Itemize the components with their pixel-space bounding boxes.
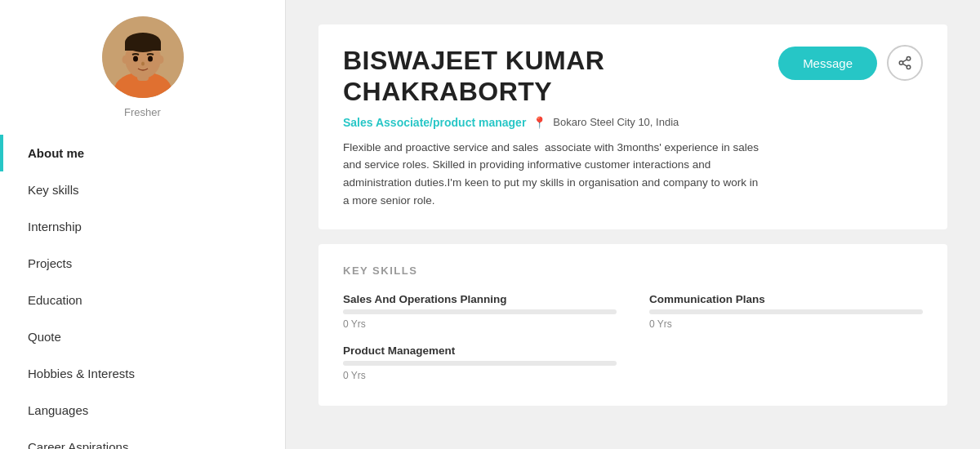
nav-list: About me Key skills Internship Projects … — [0, 135, 285, 449]
skills-grid: Sales And Operations Planning 0 Yrs Comm… — [343, 293, 923, 381]
skill-bar-bg — [343, 309, 617, 314]
location-icon: 📍 — [532, 116, 546, 129]
svg-point-6 — [133, 56, 138, 62]
profile-bio: Flexible and proactive service and sales… — [343, 139, 762, 209]
sidebar-item-internship[interactable]: Internship — [0, 208, 285, 245]
avatar — [102, 16, 184, 98]
profile-role-row: Sales Associate/product manager 📍 Bokaro… — [343, 116, 762, 129]
skill-years: 0 Yrs — [343, 370, 617, 381]
message-button[interactable]: Message — [778, 47, 877, 80]
sidebar-item-about-me[interactable]: About me — [0, 135, 285, 171]
skill-item: Sales And Operations Planning 0 Yrs — [343, 293, 617, 330]
profile-info: BISWAJEET KUMAR CHAKRABORTY Sales Associ… — [343, 45, 762, 209]
sidebar-item-quote[interactable]: Quote — [0, 318, 285, 355]
svg-point-9 — [122, 56, 127, 64]
skill-name: Communication Plans — [649, 293, 765, 305]
profile-location: Bokaro Steel City 10, India — [553, 116, 679, 128]
sidebar-item-career[interactable]: Career Aspirations — [0, 429, 285, 449]
page-wrapper: Fresher About me Key skills Internship P… — [0, 0, 980, 449]
fresher-label: Fresher — [124, 106, 161, 118]
sidebar-item-education[interactable]: Education — [0, 282, 285, 318]
svg-line-15 — [902, 60, 906, 62]
svg-point-7 — [148, 56, 153, 62]
main-content: BISWAJEET KUMAR CHAKRABORTY Sales Associ… — [286, 0, 980, 449]
sidebar-item-hobbies[interactable]: Hobbies & Interests — [0, 355, 285, 392]
sidebar-item-key-skills[interactable]: Key skills — [0, 171, 285, 208]
skill-item: Product Management 0 Yrs — [343, 345, 617, 381]
sidebar-item-projects[interactable]: Projects — [0, 245, 285, 282]
svg-point-8 — [141, 62, 145, 66]
skill-name: Sales And Operations Planning — [343, 293, 507, 305]
profile-role: Sales Associate/product manager — [343, 116, 526, 129]
svg-point-10 — [158, 56, 163, 64]
profile-name: BISWAJEET KUMAR CHAKRABORTY — [343, 45, 762, 108]
sidebar-item-languages[interactable]: Languages — [0, 392, 285, 429]
skill-years: 0 Yrs — [343, 318, 617, 330]
skill-years: 0 Yrs — [649, 318, 923, 330]
skill-bar-bg — [343, 361, 617, 366]
share-button[interactable] — [887, 45, 923, 81]
profile-actions: Message — [778, 45, 923, 81]
profile-header-card: BISWAJEET KUMAR CHAKRABORTY Sales Associ… — [318, 24, 947, 229]
sidebar: Fresher About me Key skills Internship P… — [0, 0, 286, 449]
skills-section-title: KEY SKILLS — [343, 265, 923, 277]
skills-card: KEY SKILLS Sales And Operations Planning… — [318, 244, 947, 406]
svg-line-14 — [902, 64, 906, 66]
skill-item: Communication Plans 0 Yrs — [649, 293, 923, 330]
svg-rect-5 — [125, 42, 161, 51]
skill-name: Product Management — [343, 345, 455, 357]
skill-bar-bg — [649, 309, 923, 314]
